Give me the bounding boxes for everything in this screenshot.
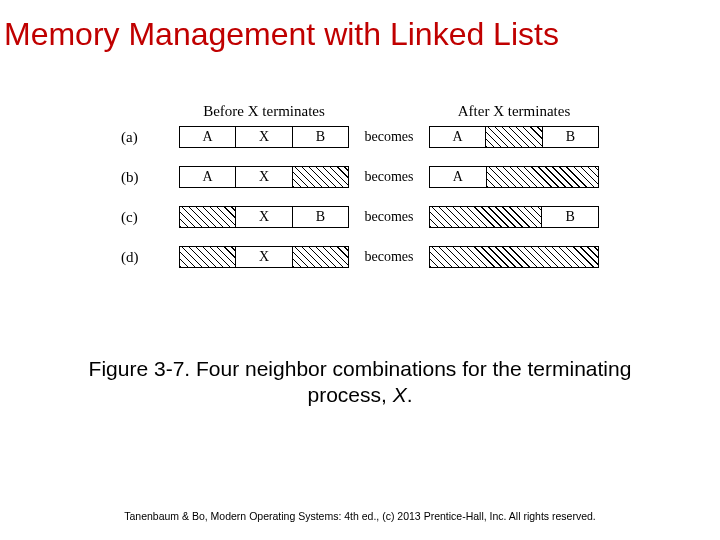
becomes-label: becomes <box>349 249 429 265</box>
figure-row: (c)XBbecomesB <box>121 206 599 228</box>
figure-caption: Figure 3-7. Four neighbor combinations f… <box>0 356 720 409</box>
memory-cell: X <box>236 167 292 187</box>
caption-text: Figure 3-7. Four neighbor combinations f… <box>89 357 632 406</box>
before-strip: AXB <box>179 126 349 148</box>
memory-cell: X <box>236 207 292 227</box>
caption-period: . <box>407 383 413 406</box>
before-strip: AX <box>179 166 349 188</box>
memory-cell <box>430 207 542 227</box>
caption-x: X <box>393 383 407 406</box>
memory-cell <box>180 207 236 227</box>
before-strip: X <box>179 246 349 268</box>
memory-cell <box>293 247 348 267</box>
after-strip: A <box>429 166 599 188</box>
page-title: Memory Management with Linked Lists <box>0 0 720 53</box>
memory-cell: B <box>543 127 598 147</box>
figure-row: (b)AXbecomesA <box>121 166 599 188</box>
memory-cell: X <box>236 127 292 147</box>
memory-cell: B <box>293 127 348 147</box>
memory-cell: A <box>180 127 236 147</box>
rows: (a)AXBbecomesAB(b)AXbecomesA(c)XBbecomes… <box>121 126 599 286</box>
memory-cell: A <box>430 167 487 187</box>
row-label: (b) <box>121 169 179 186</box>
memory-cell <box>293 167 348 187</box>
figure-row: (a)AXBbecomesAB <box>121 126 599 148</box>
memory-cell <box>180 247 236 267</box>
memory-cell <box>486 127 542 147</box>
memory-cell <box>430 247 598 267</box>
row-label: (a) <box>121 129 179 146</box>
header-after: After X terminates <box>429 103 599 120</box>
memory-cell: A <box>180 167 236 187</box>
after-strip: B <box>429 206 599 228</box>
before-strip: XB <box>179 206 349 228</box>
row-label: (d) <box>121 249 179 266</box>
figure: Before X terminates After X terminates (… <box>0 103 720 286</box>
memory-cell: X <box>236 247 292 267</box>
becomes-label: becomes <box>349 209 429 225</box>
column-headers: Before X terminates After X terminates <box>121 103 599 120</box>
memory-cell <box>487 167 598 187</box>
memory-cell: A <box>430 127 486 147</box>
row-label: (c) <box>121 209 179 226</box>
credit-line: Tanenbaum & Bo, Modern Operating Systems… <box>0 510 720 522</box>
after-strip: AB <box>429 126 599 148</box>
header-before: Before X terminates <box>179 103 349 120</box>
becomes-label: becomes <box>349 169 429 185</box>
figure-row: (d)Xbecomes <box>121 246 599 268</box>
memory-cell: B <box>293 207 348 227</box>
becomes-label: becomes <box>349 129 429 145</box>
memory-cell: B <box>542 207 598 227</box>
after-strip <box>429 246 599 268</box>
